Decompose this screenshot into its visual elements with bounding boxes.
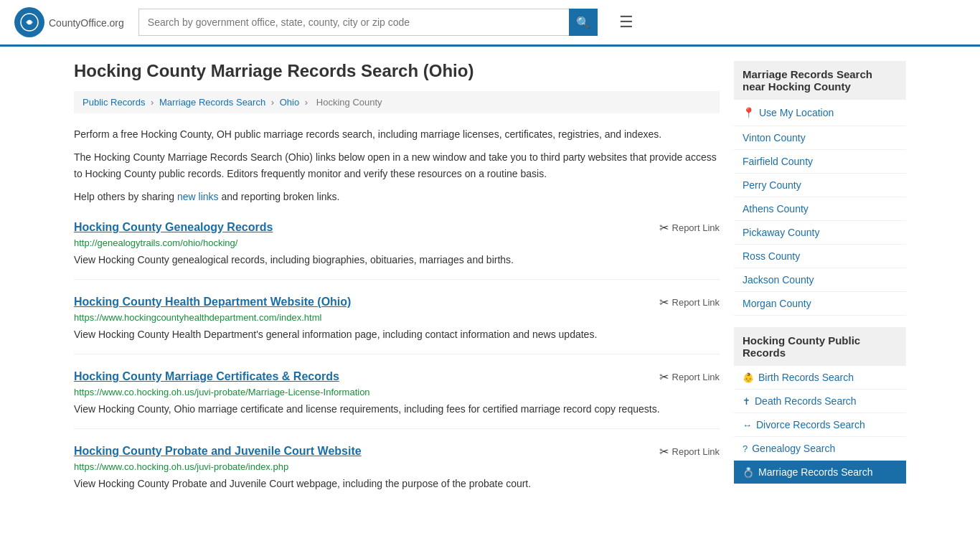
pr-label-1: Death Records Search: [755, 395, 857, 407]
intro-paragraph-2: The Hocking County Marriage Records Sear…: [74, 149, 720, 182]
location-icon: 📍: [743, 107, 755, 118]
logo-icon: [14, 7, 44, 37]
intro-3-prefix: Help others by sharing: [74, 191, 177, 202]
search-button[interactable]: 🔍: [569, 9, 598, 36]
result-title-3[interactable]: Hocking County Probate and Juvenile Cour…: [74, 445, 362, 458]
public-record-item-0[interactable]: 👶Birth Records Search: [734, 366, 906, 390]
breadcrumb: Public Records › Marriage Records Search…: [74, 91, 720, 113]
nearby-county-4[interactable]: Pickaway County: [734, 221, 906, 245]
public-records-section: Hocking County Public Records 👶Birth Rec…: [734, 327, 906, 484]
pr-label-0: Birth Records Search: [758, 372, 854, 383]
results-list: Hocking County Genealogy Records ✂ Repor…: [74, 221, 720, 503]
report-icon: ✂: [659, 445, 669, 458]
intro-3-suffix: and reporting broken links.: [219, 191, 340, 202]
pr-icon-2: ↔: [743, 420, 752, 430]
nearby-county-1[interactable]: Fairfield County: [734, 150, 906, 174]
pr-icon-4: 💍: [743, 467, 754, 478]
new-links-link[interactable]: new links: [177, 191, 219, 202]
result-header: Hocking County Marriage Certificates & R…: [74, 370, 720, 384]
breadcrumb-marriage-records-search[interactable]: Marriage Records Search: [159, 97, 265, 108]
pr-label-2: Divorce Records Search: [756, 419, 865, 430]
result-header: Hocking County Health Department Website…: [74, 296, 720, 309]
nearby-counties-list: Vinton CountyFairfield CountyPerry Count…: [734, 126, 906, 316]
report-icon: ✂: [659, 370, 669, 384]
svg-point-1: [27, 20, 32, 24]
nearby-county-0[interactable]: Vinton County: [734, 126, 906, 150]
intro-paragraph-3: Help others by sharing new links and rep…: [74, 189, 720, 204]
use-my-location-item[interactable]: 📍 Use My Location: [734, 100, 906, 126]
use-location-label: Use My Location: [759, 107, 834, 118]
pr-icon-1: ✝: [743, 396, 750, 407]
pr-icon-3: ?: [743, 443, 748, 454]
search-input[interactable]: [138, 9, 569, 36]
nearby-section: Marriage Records Search near Hocking Cou…: [734, 61, 906, 316]
public-record-item-3[interactable]: ?Genealogy Search: [734, 437, 906, 461]
report-icon: ✂: [659, 296, 669, 309]
result-url-2[interactable]: https://www.co.hocking.oh.us/juvi-probat…: [74, 387, 720, 397]
report-link-button-3[interactable]: ✂ Report Link: [659, 445, 720, 458]
logo[interactable]: CountyOffice.org: [14, 7, 124, 37]
report-link-label: Report Link: [672, 446, 720, 457]
result-header: Hocking County Genealogy Records ✂ Repor…: [74, 221, 720, 235]
sidebar: Marriage Records Search near Hocking Cou…: [734, 61, 906, 503]
logo-text: CountyOffice.org: [49, 15, 124, 30]
intro-paragraph-1: Perform a free Hocking County, OH public…: [74, 126, 720, 142]
breadcrumb-ohio[interactable]: Ohio: [280, 97, 299, 108]
report-link-label: Report Link: [672, 372, 720, 382]
content-area: Hocking County Marriage Records Search (…: [74, 61, 720, 503]
nearby-county-6[interactable]: Jackson County: [734, 268, 906, 292]
search-icon: 🔍: [576, 16, 590, 29]
hamburger-icon: ☰: [619, 13, 633, 31]
result-title-0[interactable]: Hocking County Genealogy Records: [74, 221, 273, 234]
report-link-button-2[interactable]: ✂ Report Link: [659, 370, 720, 384]
pr-label-4: Marriage Records Search: [758, 466, 873, 478]
report-icon: ✂: [659, 221, 669, 235]
report-link-button-1[interactable]: ✂ Report Link: [659, 296, 720, 309]
result-title-2[interactable]: Hocking County Marriage Certificates & R…: [74, 370, 339, 383]
nearby-header: Marriage Records Search near Hocking Cou…: [734, 61, 906, 100]
report-link-button-0[interactable]: ✂ Report Link: [659, 221, 720, 235]
result-title-1[interactable]: Hocking County Health Department Website…: [74, 296, 351, 309]
result-url-1[interactable]: https://www.hockingcountyhealthdepartmen…: [74, 312, 720, 323]
report-link-label: Report Link: [672, 222, 720, 233]
nearby-county-3[interactable]: Athens County: [734, 197, 906, 221]
result-desc-1: View Hocking County Health Department's …: [74, 327, 720, 342]
result-desc-3: View Hocking County Probate and Juvenile…: [74, 476, 720, 491]
result-header: Hocking County Probate and Juvenile Cour…: [74, 445, 720, 458]
hamburger-menu-button[interactable]: ☰: [619, 13, 633, 32]
nearby-county-5[interactable]: Ross County: [734, 245, 906, 268]
result-desc-0: View Hocking County genealogical records…: [74, 253, 720, 268]
main-container: Hocking County Marriage Records Search (…: [60, 47, 920, 517]
result-url-3[interactable]: https://www.co.hocking.oh.us/juvi-probat…: [74, 461, 720, 472]
public-record-item-2[interactable]: ↔Divorce Records Search: [734, 413, 906, 437]
nearby-county-2[interactable]: Perry County: [734, 174, 906, 197]
report-link-label: Report Link: [672, 297, 720, 308]
public-record-item-4[interactable]: 💍Marriage Records Search: [734, 461, 906, 484]
pr-label-3: Genealogy Search: [752, 443, 835, 454]
public-records-header: Hocking County Public Records: [734, 327, 906, 366]
result-url-0[interactable]: http://genealogytrails.com/ohio/hocking/: [74, 237, 720, 248]
site-header: CountyOffice.org 🔍 ☰: [0, 0, 980, 47]
public-record-item-1[interactable]: ✝Death Records Search: [734, 390, 906, 413]
result-entry: Hocking County Probate and Juvenile Cour…: [74, 445, 720, 503]
page-title: Hocking County Marriage Records Search (…: [74, 61, 720, 81]
result-desc-2: View Hocking County, Ohio marriage certi…: [74, 402, 720, 417]
result-entry: Hocking County Genealogy Records ✂ Repor…: [74, 221, 720, 280]
pr-icon-0: 👶: [743, 372, 754, 383]
nearby-county-7[interactable]: Morgan County: [734, 292, 906, 316]
public-records-list: 👶Birth Records Search✝Death Records Sear…: [734, 366, 906, 484]
breadcrumb-public-records[interactable]: Public Records: [83, 97, 145, 108]
breadcrumb-hocking-county: Hocking County: [316, 97, 382, 108]
search-container: 🔍: [138, 9, 598, 36]
result-entry: Hocking County Health Department Website…: [74, 296, 720, 354]
result-entry: Hocking County Marriage Certificates & R…: [74, 370, 720, 429]
